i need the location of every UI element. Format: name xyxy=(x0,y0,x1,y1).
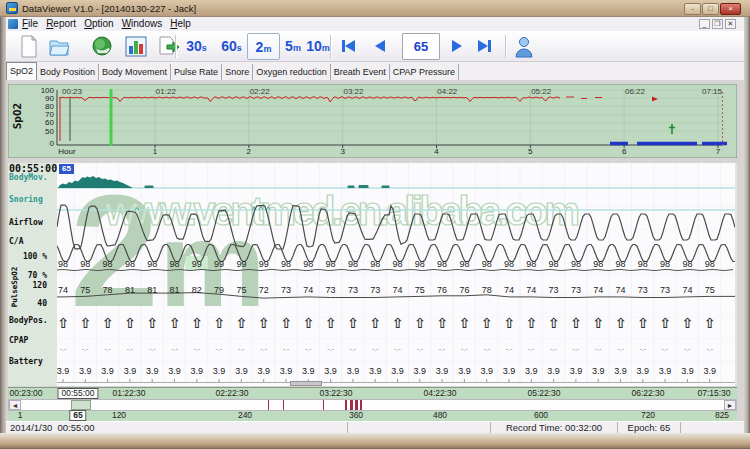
spo2-value: 99 xyxy=(214,259,224,269)
timeline-time-label: 04:22:30 xyxy=(423,388,456,399)
mdi-minimize-button[interactable]: _ xyxy=(699,19,710,29)
window-frame-right xyxy=(744,17,750,433)
new-file-icon[interactable] xyxy=(18,35,40,58)
pulse-value: 82 xyxy=(192,285,202,295)
globe-icon[interactable] xyxy=(91,35,113,58)
spo2-value: 98 xyxy=(348,259,358,269)
timeline-epoch-label: 120 xyxy=(112,410,126,421)
pulse-value: 74 xyxy=(615,285,625,295)
battery-value: 3.9 xyxy=(391,366,404,376)
scroll-right-button[interactable]: ► xyxy=(724,400,736,410)
tab-snore[interactable]: Snore xyxy=(222,64,253,80)
spo2-value: 98 xyxy=(682,259,692,269)
battery-value: 3.9 xyxy=(659,366,672,376)
overview-ytick: 50 xyxy=(45,127,54,136)
spo2-overview-chart[interactable]: 1009080706050000:2301:2202:2203:2204:220… xyxy=(8,84,737,158)
menu-report[interactable]: Report xyxy=(42,17,80,31)
prev-epoch-button[interactable] xyxy=(375,40,385,52)
overview-time-label: 03:22 xyxy=(343,87,364,96)
spo2-value: 98 xyxy=(526,259,536,269)
spo2-value: 98 xyxy=(638,259,648,269)
main-chart-panel: 00:55:00 BodyMov. Snoring Airflow C/A Pu… xyxy=(8,163,737,386)
mdi-restore-button[interactable]: ❐ xyxy=(712,19,723,29)
export-icon[interactable] xyxy=(158,35,180,58)
bodypos-arrow: ⇧ xyxy=(369,315,381,331)
patient-icon[interactable] xyxy=(513,36,535,59)
pulse-value: 73 xyxy=(571,285,581,295)
event-tick xyxy=(283,400,284,410)
window-frame-bottom xyxy=(0,433,750,449)
cpap-mark: -.- xyxy=(260,345,267,352)
bodypos-arrow: ⇧ xyxy=(592,315,604,331)
interval-30s-button[interactable]: 30s xyxy=(180,33,213,60)
pulse-value: 72 xyxy=(259,285,269,295)
spo2-value: 98 xyxy=(125,259,135,269)
bodypos-arrow: ⇧ xyxy=(258,315,270,331)
battery-value: 3.9 xyxy=(302,366,315,376)
bodypos-arrow: ⇧ xyxy=(57,315,69,331)
tab-oxygen-reduction[interactable]: Oxygen reduction xyxy=(253,64,331,80)
overview-hour-label: Hour xyxy=(58,147,76,156)
cpap-mark: -.- xyxy=(305,345,312,352)
chart-hscroll-thumb[interactable] xyxy=(290,381,322,386)
tab-spo2[interactable]: SpO2 xyxy=(6,62,37,80)
cpap-mark: -.- xyxy=(528,345,535,352)
scroll-left-button[interactable]: ◄ xyxy=(9,400,21,410)
menu-windows[interactable]: Windows xyxy=(118,17,167,31)
tab-cpap-pressure[interactable]: CPAP Pressure xyxy=(390,64,459,80)
next-epoch-button[interactable] xyxy=(452,40,462,52)
cpap-mark: -.- xyxy=(127,345,134,352)
open-folder-icon[interactable] xyxy=(48,35,70,58)
interval-60s-button[interactable]: 60s xyxy=(215,33,248,60)
cpap-mark: -.- xyxy=(706,345,713,352)
event-tick xyxy=(268,400,269,410)
toolbar: 30s 60s 2m 5m 10m 65 xyxy=(6,31,744,62)
tab-pulse-rate[interactable]: Pulse Rate xyxy=(171,64,222,80)
tab-body-movement[interactable]: Body Movement xyxy=(99,64,171,80)
cpap-mark: -.- xyxy=(327,345,334,352)
pulse-value: 74 xyxy=(303,285,313,295)
pulse-value: 73 xyxy=(638,285,648,295)
menu-file[interactable]: File xyxy=(18,17,42,31)
interval-2m-button[interactable]: 2m xyxy=(247,33,280,60)
bodypos-arrow: ⇧ xyxy=(682,315,694,331)
pulse-value: 81 xyxy=(147,285,157,295)
bodypos-arrow: ⇧ xyxy=(280,315,292,331)
cpap-mark: -.- xyxy=(550,345,557,352)
bodypos-arrow: ⇧ xyxy=(414,315,426,331)
timeline-time-label: 06:22:30 xyxy=(631,388,664,399)
mdi-close-button[interactable]: ✕ xyxy=(725,19,736,29)
timeline-time-label: 00:23:00 xyxy=(9,388,42,399)
minimize-button[interactable]: - xyxy=(684,3,701,15)
cpap-mark: -.- xyxy=(104,345,111,352)
cpap-mark: -.- xyxy=(573,345,580,352)
window-frame-left xyxy=(0,17,6,433)
bodypos-arrow: ⇧ xyxy=(704,315,716,331)
maximize-button[interactable]: □ xyxy=(702,3,719,15)
scroll-thumb[interactable] xyxy=(71,400,91,410)
close-button[interactable]: × xyxy=(720,3,741,15)
epoch-number-input[interactable]: 65 xyxy=(402,33,440,60)
timeline-times-row: 00:23:0000:55:0001:22:3002:22:3003:22:30… xyxy=(8,387,737,399)
tab-breath-event[interactable]: Breath Event xyxy=(331,64,390,80)
pulse-value: 73 xyxy=(326,285,336,295)
report-chart-icon[interactable] xyxy=(125,35,147,58)
battery-value: 3.9 xyxy=(369,366,382,376)
menu-option[interactable]: Option xyxy=(80,17,117,31)
event-tick xyxy=(355,400,358,410)
timeline-epoch-label: 360 xyxy=(349,410,363,421)
waveform-chart[interactable]: 2mwww.ventmed.en.alibaba.com989898989898… xyxy=(57,163,735,386)
mdi-controls: _ ❐ ✕ xyxy=(699,19,736,29)
timeline-time-label: 02:22:30 xyxy=(215,388,248,399)
menu-help[interactable]: Help xyxy=(166,17,195,31)
first-epoch-button[interactable] xyxy=(342,40,355,52)
overview-hour-num: 4 xyxy=(434,147,439,156)
cpap-mark: -.- xyxy=(483,345,490,352)
bodypos-arrow: ⇧ xyxy=(459,315,471,331)
overview-hour-num: 3 xyxy=(340,147,345,156)
spo2-value: 99 xyxy=(192,259,202,269)
battery-value: 3.9 xyxy=(503,366,516,376)
tab-body-position[interactable]: Body Position xyxy=(37,64,99,80)
last-epoch-button[interactable] xyxy=(478,40,491,52)
bodypos-arrow: ⇧ xyxy=(659,315,671,331)
